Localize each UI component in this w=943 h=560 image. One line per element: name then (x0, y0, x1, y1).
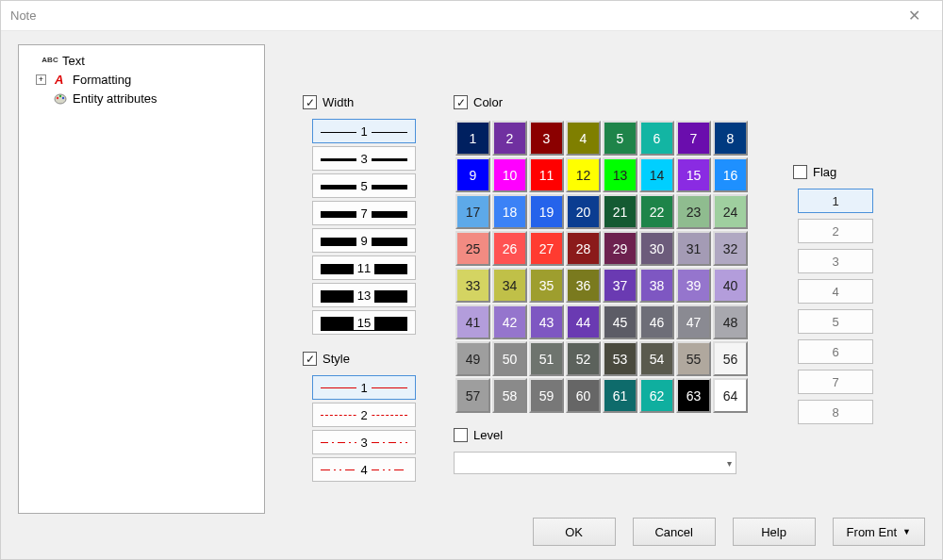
flag-option-5[interactable]: 5 (798, 309, 873, 334)
color-swatch-20[interactable]: 20 (566, 194, 601, 229)
color-checkbox[interactable] (454, 95, 468, 109)
width-option-13[interactable]: 13 (312, 283, 416, 307)
color-swatch-35[interactable]: 35 (529, 268, 564, 303)
style-option-1[interactable]: 1 (312, 375, 416, 400)
flag-option-3[interactable]: 3 (798, 249, 873, 273)
color-swatch-63[interactable]: 63 (676, 378, 711, 413)
color-swatch-1[interactable]: 1 (455, 121, 490, 156)
color-swatch-39[interactable]: 39 (676, 268, 711, 303)
ok-button[interactable]: OK (533, 518, 616, 546)
color-swatch-26[interactable]: 26 (492, 231, 527, 266)
color-swatch-25[interactable]: 25 (455, 231, 490, 266)
width-option-9[interactable]: 9 (312, 228, 416, 253)
flag-option-7[interactable]: 7 (798, 370, 873, 394)
flag-option-4[interactable]: 4 (798, 279, 873, 304)
color-swatch-62[interactable]: 62 (639, 378, 674, 413)
color-swatch-41[interactable]: 41 (455, 305, 490, 339)
flag-option-2[interactable]: 2 (798, 219, 873, 243)
color-swatch-10[interactable]: 10 (492, 157, 527, 192)
width-option-3[interactable]: 3 (312, 146, 416, 171)
color-swatch-45[interactable]: 45 (603, 305, 637, 339)
color-swatch-54[interactable]: 54 (639, 341, 674, 376)
color-swatch-12[interactable]: 12 (566, 157, 601, 192)
level-combo[interactable]: ▾ (454, 452, 736, 474)
color-swatch-18[interactable]: 18 (492, 194, 527, 229)
color-swatch-30[interactable]: 30 (639, 231, 674, 266)
cancel-button[interactable]: Cancel (633, 518, 716, 546)
color-swatch-33[interactable]: 33 (455, 268, 490, 303)
width-option-1[interactable]: 1 (312, 119, 416, 143)
color-swatch-47[interactable]: 47 (676, 305, 711, 339)
color-swatch-40[interactable]: 40 (713, 268, 748, 303)
color-swatch-4[interactable]: 4 (566, 121, 601, 156)
color-swatch-28[interactable]: 28 (566, 231, 601, 266)
color-swatch-7[interactable]: 7 (676, 121, 711, 156)
flag-option-8[interactable]: 8 (798, 400, 873, 424)
tree-item-formatting[interactable]: + A Formatting (23, 70, 260, 89)
tree-item-entity-attributes[interactable]: Entity attributes (23, 89, 260, 107)
level-checkbox[interactable] (454, 428, 468, 442)
color-swatch-53[interactable]: 53 (603, 341, 637, 376)
width-option-7[interactable]: 7 (312, 201, 416, 225)
tree-item-text[interactable]: ABC Text (23, 51, 260, 70)
flag-option-1[interactable]: 1 (798, 189, 873, 213)
color-swatch-56[interactable]: 56 (713, 341, 748, 376)
color-swatch-46[interactable]: 46 (639, 305, 674, 339)
style-option-3[interactable]: 3 (312, 430, 416, 454)
color-swatch-13[interactable]: 13 (603, 157, 637, 192)
flag-checkbox[interactable] (793, 165, 807, 179)
close-icon[interactable]: ✕ (895, 7, 933, 25)
color-swatch-32[interactable]: 32 (713, 231, 748, 266)
width-option-15[interactable]: 15 (312, 310, 416, 335)
color-swatch-19[interactable]: 19 (529, 194, 564, 229)
color-swatch-23[interactable]: 23 (676, 194, 711, 229)
expand-icon[interactable]: + (36, 74, 46, 85)
color-swatch-38[interactable]: 38 (639, 268, 674, 303)
color-swatch-6[interactable]: 6 (639, 121, 674, 156)
color-swatch-27[interactable]: 27 (529, 231, 564, 266)
color-swatch-21[interactable]: 21 (603, 194, 637, 229)
color-swatch-57[interactable]: 57 (455, 378, 490, 413)
width-option-11[interactable]: 11 (312, 255, 416, 280)
color-swatch-42[interactable]: 42 (492, 305, 527, 339)
color-swatch-31[interactable]: 31 (676, 231, 711, 266)
color-swatch-49[interactable]: 49 (455, 341, 490, 376)
color-swatch-55[interactable]: 55 (676, 341, 711, 376)
style-option-4[interactable]: 4 (312, 457, 416, 482)
color-swatch-37[interactable]: 37 (603, 268, 637, 303)
color-swatch-48[interactable]: 48 (713, 305, 748, 339)
color-swatch-58[interactable]: 58 (492, 378, 527, 413)
style-option-2[interactable]: 2 (312, 403, 416, 427)
color-swatch-24[interactable]: 24 (713, 194, 748, 229)
color-swatch-5[interactable]: 5 (603, 121, 637, 156)
color-swatch-60[interactable]: 60 (566, 378, 601, 413)
color-swatch-51[interactable]: 51 (529, 341, 564, 376)
help-button[interactable]: Help (733, 518, 816, 546)
color-swatch-11[interactable]: 11 (529, 157, 564, 192)
color-swatch-29[interactable]: 29 (603, 231, 637, 266)
from-ent-button[interactable]: From Ent ▼ (833, 518, 925, 546)
color-swatch-17[interactable]: 17 (455, 194, 490, 229)
color-swatch-52[interactable]: 52 (566, 341, 601, 376)
style-checkbox[interactable] (303, 352, 317, 366)
color-swatch-50[interactable]: 50 (492, 341, 527, 376)
width-option-5[interactable]: 5 (312, 173, 416, 198)
color-swatch-16[interactable]: 16 (713, 157, 748, 192)
color-swatch-59[interactable]: 59 (529, 378, 564, 413)
width-checkbox[interactable] (303, 95, 317, 109)
color-swatch-43[interactable]: 43 (529, 305, 564, 339)
color-swatch-8[interactable]: 8 (713, 121, 748, 156)
style-label: Style (323, 352, 350, 366)
color-swatch-22[interactable]: 22 (639, 194, 674, 229)
color-swatch-34[interactable]: 34 (492, 268, 527, 303)
color-swatch-2[interactable]: 2 (492, 121, 527, 156)
color-swatch-44[interactable]: 44 (566, 305, 601, 339)
color-swatch-64[interactable]: 64 (713, 378, 748, 413)
flag-option-6[interactable]: 6 (798, 339, 873, 364)
color-swatch-9[interactable]: 9 (455, 157, 490, 192)
color-swatch-15[interactable]: 15 (676, 157, 711, 192)
color-swatch-14[interactable]: 14 (639, 157, 674, 192)
color-swatch-3[interactable]: 3 (529, 121, 564, 156)
color-swatch-36[interactable]: 36 (566, 268, 601, 303)
color-swatch-61[interactable]: 61 (603, 378, 637, 413)
